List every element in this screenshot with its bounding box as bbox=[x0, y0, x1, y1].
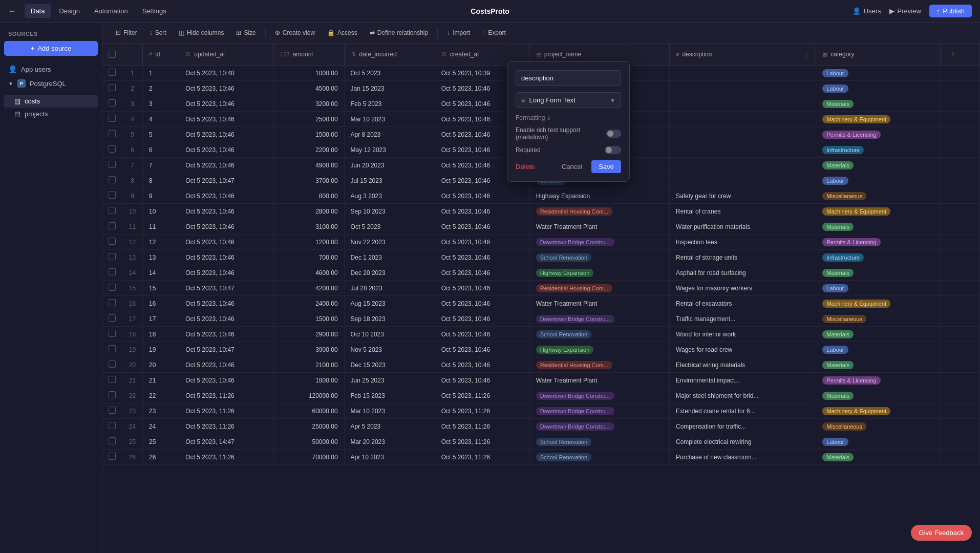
row-checkbox-cell[interactable] bbox=[102, 127, 122, 142]
row-checkbox[interactable] bbox=[109, 330, 116, 337]
give-feedback-button[interactable]: Give Feedback bbox=[911, 525, 972, 541]
sidebar-item-app-users[interactable]: 👤 App users bbox=[4, 62, 98, 76]
row-checkbox-cell[interactable] bbox=[102, 81, 122, 96]
row-checkbox-cell[interactable] bbox=[102, 419, 122, 434]
hide-columns-button[interactable]: ◫ Hide columns bbox=[174, 27, 229, 39]
row-checkbox[interactable] bbox=[109, 99, 116, 107]
row-checkbox[interactable] bbox=[109, 207, 116, 214]
table-row[interactable]: 13 13 Oct 5 2023, 10:46 700.00 Dec 1 202… bbox=[102, 250, 980, 265]
row-checkbox[interactable] bbox=[109, 437, 116, 444]
publish-button[interactable]: ↑ Publish bbox=[929, 5, 972, 17]
table-row[interactable]: 14 14 Oct 5 2023, 10:46 4600.00 Dec 20 2… bbox=[102, 265, 980, 281]
define-relationship-button[interactable]: ⇌ Define relationship bbox=[365, 27, 433, 39]
row-checkbox[interactable] bbox=[109, 299, 116, 306]
row-checkbox[interactable] bbox=[109, 69, 116, 76]
row-checkbox[interactable] bbox=[109, 407, 116, 414]
row-checkbox[interactable] bbox=[109, 192, 116, 199]
th-category[interactable]: ▦category bbox=[816, 44, 940, 66]
table-row[interactable]: 25 25 Oct 5 2023, 14:47 50000.00 Mar 20 … bbox=[102, 434, 980, 450]
tab-design[interactable]: Design bbox=[53, 4, 86, 18]
table-row[interactable]: 24 24 Oct 5 2023, 11:26 25000.00 Apr 5 2… bbox=[102, 419, 980, 434]
table-row[interactable]: 11 11 Oct 5 2023, 10:46 3100.00 Oct 5 20… bbox=[102, 219, 980, 235]
access-button[interactable]: 🔒 Access bbox=[322, 27, 363, 39]
th-checkbox[interactable] bbox=[102, 44, 122, 66]
tab-settings[interactable]: Settings bbox=[136, 4, 173, 18]
row-checkbox-cell[interactable] bbox=[102, 311, 122, 327]
row-checkbox-cell[interactable] bbox=[102, 450, 122, 465]
rich-text-toggle[interactable] bbox=[606, 130, 621, 138]
row-checkbox-cell[interactable] bbox=[102, 66, 122, 81]
header-checkbox[interactable] bbox=[109, 51, 116, 58]
table-row[interactable]: 23 23 Oct 5 2023, 11:26 60000.00 Mar 10 … bbox=[102, 403, 980, 419]
table-row[interactable]: 18 18 Oct 5 2023, 10:46 2900.00 Oct 10 2… bbox=[102, 327, 980, 342]
row-checkbox[interactable] bbox=[109, 453, 116, 460]
th-description[interactable]: ≡description ⋮ bbox=[670, 44, 816, 66]
row-checkbox[interactable] bbox=[109, 145, 116, 153]
filter-button[interactable]: ⊟ Filter bbox=[111, 27, 142, 39]
row-checkbox-cell[interactable] bbox=[102, 158, 122, 173]
sidebar-item-projects[interactable]: ▤ projects bbox=[4, 108, 98, 120]
row-checkbox-cell[interactable] bbox=[102, 281, 122, 296]
row-checkbox-cell[interactable] bbox=[102, 112, 122, 127]
sidebar-item-costs[interactable]: ▤ costs bbox=[4, 95, 98, 108]
sidebar-item-postgresql[interactable]: ▼ P PostgreSQL bbox=[4, 76, 98, 91]
import-button[interactable]: ↓ Import bbox=[442, 27, 475, 39]
table-row[interactable]: 20 20 Oct 5 2023, 10:46 2100.00 Dec 15 2… bbox=[102, 357, 980, 373]
row-checkbox[interactable] bbox=[109, 161, 116, 168]
row-checkbox[interactable] bbox=[109, 253, 116, 260]
save-button[interactable]: Save bbox=[591, 160, 621, 173]
row-checkbox-cell[interactable] bbox=[102, 357, 122, 373]
th-add-column[interactable]: + bbox=[940, 44, 979, 66]
row-checkbox-cell[interactable] bbox=[102, 173, 122, 188]
row-checkbox-cell[interactable] bbox=[102, 373, 122, 388]
row-checkbox[interactable] bbox=[109, 268, 116, 275]
table-row[interactable]: 17 17 Oct 5 2023, 10:46 1500.00 Sep 18 2… bbox=[102, 311, 980, 327]
sort-button[interactable]: ↕ Sort bbox=[144, 27, 172, 39]
row-checkbox-cell[interactable] bbox=[102, 403, 122, 419]
th-amount[interactable]: 123amount bbox=[274, 44, 344, 66]
table-row[interactable]: 12 12 Oct 5 2023, 10:46 1200.00 Nov 22 2… bbox=[102, 235, 980, 250]
row-checkbox-cell[interactable] bbox=[102, 142, 122, 158]
th-updated-at[interactable]: 🗓updated_at bbox=[179, 44, 274, 66]
preview-button[interactable]: ▶ Preview bbox=[889, 7, 921, 15]
add-column-button[interactable]: + bbox=[947, 48, 960, 61]
row-checkbox-cell[interactable] bbox=[102, 188, 122, 204]
row-checkbox[interactable] bbox=[109, 422, 116, 429]
table-row[interactable]: 26 26 Oct 5 2023, 11:26 70000.00 Apr 10 … bbox=[102, 450, 980, 465]
row-checkbox-cell[interactable] bbox=[102, 434, 122, 450]
required-toggle[interactable] bbox=[605, 146, 621, 154]
table-row[interactable]: 16 16 Oct 5 2023, 10:46 2400.00 Aug 15 2… bbox=[102, 296, 980, 311]
size-button[interactable]: ⊞ Size bbox=[231, 27, 261, 39]
th-id[interactable]: #id bbox=[143, 44, 179, 66]
export-button[interactable]: ↑ Export bbox=[477, 27, 511, 39]
row-checkbox-cell[interactable] bbox=[102, 327, 122, 342]
delete-button[interactable]: Delete bbox=[516, 163, 535, 171]
row-checkbox-cell[interactable] bbox=[102, 388, 122, 403]
create-view-button[interactable]: ⊕ Create view bbox=[270, 27, 320, 39]
row-checkbox[interactable] bbox=[109, 84, 116, 91]
tab-data[interactable]: Data bbox=[25, 4, 51, 18]
row-checkbox[interactable] bbox=[109, 314, 116, 322]
row-checkbox-cell[interactable] bbox=[102, 219, 122, 235]
row-checkbox-cell[interactable] bbox=[102, 204, 122, 219]
users-button[interactable]: 👤 Users bbox=[853, 7, 881, 15]
row-checkbox[interactable] bbox=[109, 345, 116, 352]
row-checkbox[interactable] bbox=[109, 115, 116, 122]
table-row[interactable]: 21 21 Oct 5 2023, 10:46 1800.00 Jun 25 2… bbox=[102, 373, 980, 388]
table-row[interactable]: 15 15 Oct 5 2023, 10:47 4200.00 Jul 28 2… bbox=[102, 281, 980, 296]
row-checkbox-cell[interactable] bbox=[102, 250, 122, 265]
row-checkbox[interactable] bbox=[109, 376, 116, 383]
row-checkbox[interactable] bbox=[109, 222, 116, 229]
table-row[interactable]: 22 22 Oct 5 2023, 11:26 120000.00 Feb 15… bbox=[102, 388, 980, 403]
field-name-input[interactable] bbox=[516, 70, 621, 86]
row-checkbox-cell[interactable] bbox=[102, 296, 122, 311]
row-checkbox[interactable] bbox=[109, 391, 116, 398]
th-date-incurred[interactable]: 🗓date_incurred bbox=[344, 44, 435, 66]
row-checkbox[interactable] bbox=[109, 130, 116, 137]
description-menu-icon[interactable]: ⋮ bbox=[803, 51, 809, 58]
row-checkbox[interactable] bbox=[109, 360, 116, 368]
row-checkbox[interactable] bbox=[109, 238, 116, 245]
row-checkbox-cell[interactable] bbox=[102, 342, 122, 357]
back-button[interactable]: ← bbox=[8, 7, 16, 16]
row-checkbox[interactable] bbox=[109, 284, 116, 291]
